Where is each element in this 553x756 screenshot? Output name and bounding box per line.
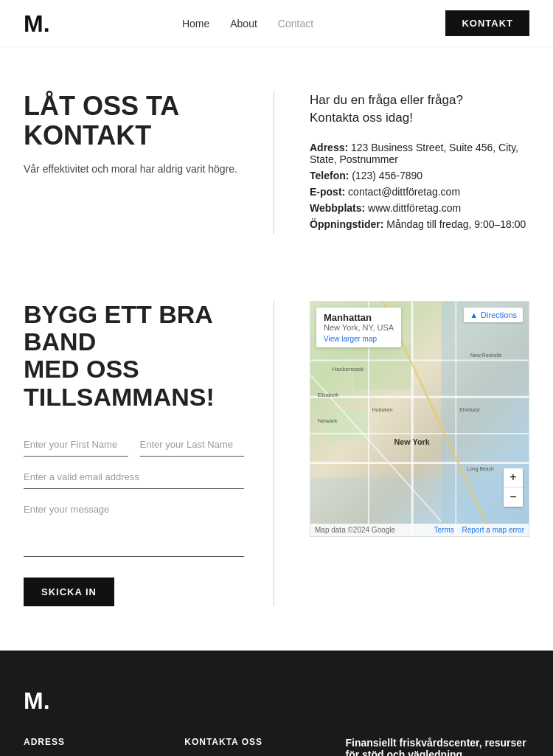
map-state: New York, NY, USA <box>324 323 394 332</box>
nav-about[interactable]: About <box>230 18 257 30</box>
contact-email: E-post: contact@dittföretag.com <box>310 186 529 198</box>
footer-finance-col: Finansiellt friskvårdscenter, resurser f… <box>345 737 529 756</box>
nav-links: Home About Contact <box>182 18 313 30</box>
map-links: Terms Report a map error <box>434 526 525 534</box>
map-directions-button[interactable]: ▲ Directions <box>464 308 523 322</box>
map-footer: Map data ©2024 Google Terms Report a map… <box>310 524 529 536</box>
map-container: Hackensack Newark New York New Rochelle … <box>310 301 529 537</box>
last-name-group <box>140 433 245 457</box>
svg-text:Newark: Newark <box>318 417 338 424</box>
svg-text:Hackensack: Hackensack <box>333 366 364 372</box>
svg-text:New York: New York <box>394 437 430 445</box>
email-input[interactable] <box>24 465 244 489</box>
contact-heading: LÅT OSS TA KONTAKT <box>24 91 244 150</box>
svg-text:Long Beach: Long Beach <box>467 465 494 471</box>
last-name-input[interactable] <box>140 433 245 457</box>
map-view-larger[interactable]: View larger map <box>324 335 394 343</box>
footer-address-heading: ADRESS <box>24 737 155 747</box>
footer-columns: ADRESS 123 Business Street, Suite 456, C… <box>24 737 529 756</box>
map-city: Manhattan <box>324 312 394 323</box>
footer-finance-heading: Finansiellt friskvårdscenter, resurser f… <box>345 737 529 756</box>
svg-text:New Rochelle: New Rochelle <box>470 352 502 357</box>
directions-icon: ▲ <box>470 311 478 319</box>
contact-hours: Öppningstider: Måndag till fredag, 9:00–… <box>310 218 529 230</box>
map-zoom-out-button[interactable]: − <box>504 488 523 507</box>
footer: M. ADRESS 123 Business Street, Suite 456… <box>0 651 553 756</box>
map-city-label: Manhattan New York, NY, USA View larger … <box>316 308 401 347</box>
message-group <box>24 498 244 557</box>
nav-contact[interactable]: Contact <box>278 18 313 30</box>
email-group <box>24 465 244 489</box>
form-heading: BYGG ETT BRA BAND MED OSS TILLSAMMANS! <box>24 301 244 412</box>
logo: M. <box>24 12 50 35</box>
contact-subheading: Vår effektivitet och moral har aldrig va… <box>24 163 244 175</box>
svg-text:Elizabeth: Elizabeth <box>318 392 339 398</box>
message-input[interactable] <box>24 498 244 557</box>
map-report[interactable]: Report a map error <box>462 526 524 534</box>
map-zoom-controls: + − <box>504 468 523 507</box>
footer-contact-col: KONTAKTA OSS Telefon: (123) 456-7890 E-p… <box>184 737 316 756</box>
nav-home[interactable]: Home <box>182 18 209 30</box>
directions-label: Directions <box>481 311 517 319</box>
first-name-input[interactable] <box>24 433 128 457</box>
map-zoom-in-button[interactable]: + <box>504 468 523 488</box>
contact-info: Adress: 123 Business Street, Suite 456, … <box>310 142 529 230</box>
contact-web: Webbplats: www.dittföretag.com <box>310 202 529 214</box>
footer-address-col: ADRESS 123 Business Street, Suite 456, C… <box>24 737 155 756</box>
svg-text:Elmhurst: Elmhurst <box>459 407 479 412</box>
contact-address: Adress: 123 Business Street, Suite 456, … <box>310 142 529 165</box>
nav-cta-button[interactable]: KONTAKT <box>445 10 529 36</box>
submit-button[interactable]: SKICKA IN <box>24 578 114 606</box>
contact-left: LÅT OSS TA KONTAKT Vår effektivitet och … <box>24 91 274 235</box>
form-left: BYGG ETT BRA BAND MED OSS TILLSAMMANS! S… <box>24 301 274 607</box>
contact-section: LÅT OSS TA KONTAKT Vår effektivitet och … <box>0 47 553 279</box>
contact-tagline: Har du en fråga eller fråga? Kontakta os… <box>310 91 529 127</box>
svg-text:Hoboken: Hoboken <box>372 407 393 412</box>
map-background: Hackensack Newark New York New Rochelle … <box>310 302 529 536</box>
map-data-text: Map data ©2024 Google <box>315 526 395 534</box>
first-name-group <box>24 433 128 457</box>
form-section: BYGG ETT BRA BAND MED OSS TILLSAMMANS! S… <box>0 279 553 651</box>
contact-right: Har du en fråga eller fråga? Kontakta os… <box>274 91 529 235</box>
navbar: M. Home About Contact KONTAKT <box>0 0 553 47</box>
footer-logo: M. <box>24 687 50 715</box>
footer-contact-heading: KONTAKTA OSS <box>184 737 316 747</box>
map-container-wrapper: Hackensack Newark New York New Rochelle … <box>274 301 529 607</box>
name-row <box>24 433 244 457</box>
contact-phone: Telefon: (123) 456-7890 <box>310 170 529 181</box>
map-terms[interactable]: Terms <box>434 526 454 534</box>
